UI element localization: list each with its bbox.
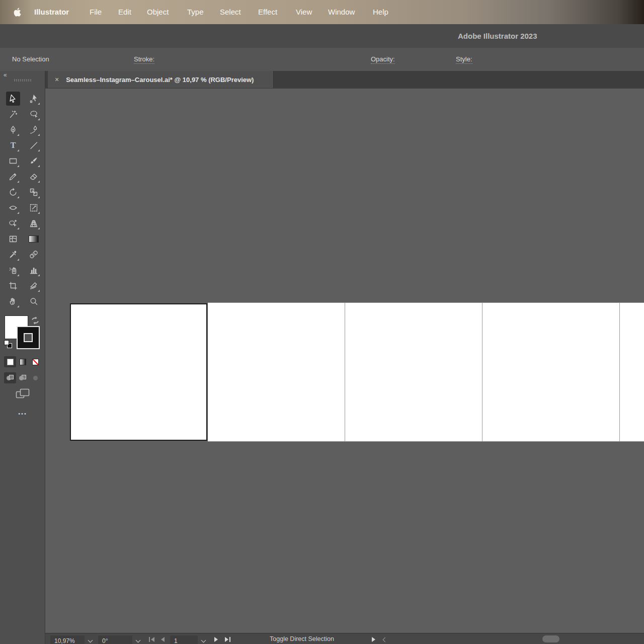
pencil-tool[interactable]: [6, 170, 20, 184]
draw-behind-button[interactable]: [17, 372, 29, 383]
draw-inside-button[interactable]: [29, 372, 41, 383]
apple-menu-icon[interactable]: [13, 7, 22, 19]
document-tab-bar: × Seamless–Instagram–Carousel.ai* @ 10,9…: [45, 71, 644, 88]
gradient-chip: [20, 359, 26, 365]
gradient-mode-button[interactable]: [17, 356, 29, 367]
color-mode-button[interactable]: [4, 356, 16, 367]
status-play-icon[interactable]: [371, 636, 376, 642]
paintbrush-tool[interactable]: [27, 154, 41, 168]
status-text: Toggle Direct Selection: [247, 633, 357, 644]
lasso-tool[interactable]: [27, 107, 41, 121]
default-fill-stroke-icon[interactable]: [4, 340, 13, 349]
chevron-down-icon: [88, 638, 93, 643]
menu-view[interactable]: View: [296, 0, 312, 24]
illustrator-window: Illustrator File Edit Object Type Select…: [0, 0, 644, 644]
draw-inside-icon: [32, 375, 39, 381]
status-bar: 10,97% 0° 1 Toggle Direct Selection: [45, 633, 644, 644]
selection-status: No Selection: [12, 48, 49, 71]
stroke-proxy-swatch[interactable]: [17, 326, 40, 349]
zoom-level-dropdown[interactable]: [85, 635, 96, 644]
artboard-5[interactable]: [620, 303, 644, 441]
collapse-toolbar-button[interactable]: «: [4, 71, 7, 78]
toolbar-grip-handle[interactable]: [14, 79, 31, 82]
scale-tool[interactable]: [27, 185, 41, 199]
document-tab[interactable]: × Seamless–Instagram–Carousel.ai* @ 10,9…: [48, 71, 274, 88]
style-label[interactable]: Style:: [456, 55, 472, 64]
blend-tool[interactable]: [27, 248, 41, 262]
edit-toolbar-ellipsis[interactable]: •••: [0, 411, 45, 417]
width-tool[interactable]: [6, 201, 20, 215]
change-screen-mode-icon[interactable]: [16, 388, 30, 399]
slice-tool[interactable]: [27, 279, 41, 293]
magic-wand-tool[interactable]: [6, 107, 20, 121]
rotation-dropdown[interactable]: [132, 635, 143, 644]
artboard-1[interactable]: [70, 303, 207, 441]
document-tab-title: Seamless–Instagram–Carousel.ai* @ 10,97 …: [66, 76, 254, 84]
menu-edit[interactable]: Edit: [118, 0, 131, 24]
draw-normal-icon: [7, 375, 14, 381]
artboard-number-field[interactable]: 1: [170, 635, 198, 644]
none-mode-button[interactable]: [29, 356, 41, 367]
mesh-tool[interactable]: [6, 232, 20, 246]
curvature-tool[interactable]: [27, 123, 41, 137]
artboard-number-dropdown[interactable]: [198, 635, 209, 644]
stroke-proxy-hole: [24, 333, 33, 342]
artboard-3[interactable]: [345, 303, 482, 441]
chevron-left-icon: [383, 637, 388, 642]
gradient-swatch-icon: [29, 235, 39, 243]
menu-type[interactable]: Type: [187, 0, 204, 24]
chevron-down-icon: [201, 638, 206, 643]
zoom-tool[interactable]: [27, 294, 41, 308]
artboard-2[interactable]: [208, 303, 345, 441]
artboard-tool[interactable]: [6, 279, 20, 293]
rotate-tool[interactable]: [6, 185, 20, 199]
last-artboard-icon[interactable]: [224, 636, 231, 642]
menu-help[interactable]: Help: [373, 0, 388, 24]
title-bar: Adobe Illustrator 2023: [0, 24, 644, 48]
eraser-tool[interactable]: [27, 170, 41, 184]
artboard-4[interactable]: [482, 303, 620, 441]
pen-tool[interactable]: [6, 123, 20, 137]
close-tab-icon[interactable]: ×: [55, 75, 59, 84]
first-artboard-icon[interactable]: [148, 636, 155, 642]
menu-select[interactable]: Select: [220, 0, 241, 24]
swap-fill-stroke-icon[interactable]: [30, 316, 40, 325]
rectangle-tool[interactable]: [6, 154, 20, 168]
menu-object[interactable]: Object: [147, 0, 169, 24]
perspective-grid-tool[interactable]: [27, 216, 41, 230]
menu-file[interactable]: File: [90, 0, 102, 24]
menu-window[interactable]: Window: [328, 0, 355, 24]
next-artboard-icon[interactable]: [214, 636, 219, 642]
none-chip: [32, 359, 39, 365]
window-title: Adobe Illustrator 2023: [458, 24, 537, 48]
selection-tool[interactable]: [6, 92, 20, 106]
menu-illustrator[interactable]: Illustrator: [34, 0, 69, 24]
toolbar-panel: « T: [0, 71, 45, 644]
zoom-level-field[interactable]: 10,97%: [50, 635, 85, 644]
rotation-field[interactable]: 0°: [98, 635, 132, 644]
canvas-area[interactable]: [45, 88, 644, 633]
draw-normal-button[interactable]: [4, 372, 16, 383]
column-graph-tool[interactable]: [27, 263, 41, 277]
macos-menu-bar: Illustrator File Edit Object Type Select…: [0, 0, 644, 25]
collapse-left-icon[interactable]: [383, 636, 387, 643]
stroke-label[interactable]: Stroke:: [134, 55, 154, 64]
shape-builder-tool[interactable]: [6, 216, 20, 230]
menu-effect[interactable]: Effect: [258, 0, 277, 24]
line-segment-tool[interactable]: [27, 138, 41, 152]
eyedropper-tool[interactable]: [6, 248, 20, 262]
color-chip: [7, 359, 14, 365]
symbol-sprayer-tool[interactable]: [6, 263, 20, 277]
free-transform-tool[interactable]: [27, 201, 41, 215]
control-bar: No Selection Stroke: 1 pt Uniform 5 pt. …: [0, 48, 644, 71]
type-tool[interactable]: T: [6, 138, 20, 152]
previous-artboard-icon[interactable]: [160, 636, 165, 642]
direct-selection-tool[interactable]: [27, 92, 41, 106]
svg-text:T: T: [11, 141, 16, 149]
draw-behind-icon: [19, 375, 27, 381]
default-fill-chip: [4, 340, 9, 345]
opacity-label[interactable]: Opacity:: [371, 55, 395, 64]
gradient-tool[interactable]: [27, 232, 41, 246]
hand-tool[interactable]: [6, 294, 20, 308]
horizontal-scrollbar-thumb[interactable]: [542, 635, 559, 642]
